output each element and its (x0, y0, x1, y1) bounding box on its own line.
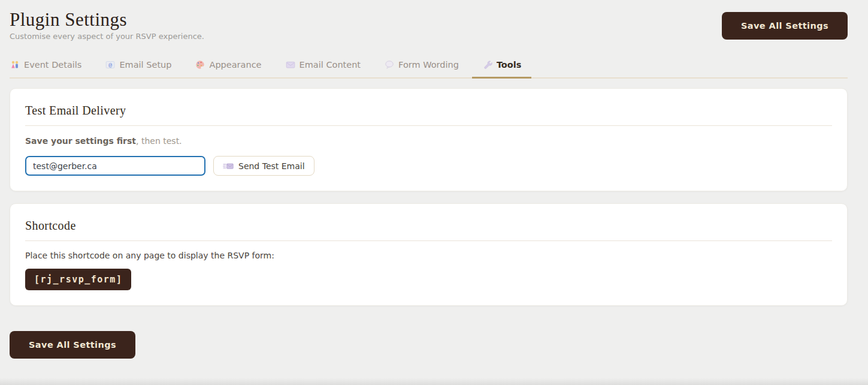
shortcode-card: Shortcode Place this shortcode on any pa… (10, 203, 848, 306)
send-test-email-button[interactable]: Send Test Email (213, 156, 314, 176)
note-rest-text: , then test. (136, 136, 182, 146)
window-bottom-edge (0, 378, 868, 385)
email-at-icon: @ (105, 60, 115, 70)
svg-text:@: @ (109, 61, 113, 68)
test-email-row: Send Test Email (25, 156, 832, 176)
tab-form-wording[interactable]: Form Wording (384, 60, 459, 77)
send-test-email-label: Send Test Email (238, 161, 305, 171)
tab-appearance[interactable]: Appearance (195, 60, 262, 77)
tab-email-setup[interactable]: @ Email Setup (105, 60, 172, 77)
plugin-settings-page: Plugin Settings Customise every aspect o… (0, 0, 868, 359)
tab-tools[interactable]: Tools (482, 60, 522, 77)
page-title-block: Plugin Settings Customise every aspect o… (10, 10, 204, 41)
card-heading: Shortcode (25, 219, 832, 241)
tab-label: Tools (497, 60, 522, 70)
save-all-settings-button-top[interactable]: Save All Settings (722, 12, 848, 40)
save-settings-note: Save your settings first, then test. (25, 136, 832, 146)
tab-label: Event Details (24, 60, 81, 70)
shortcode-value: [rj_rsvp_form] (25, 269, 131, 290)
footer-actions: Save All Settings (10, 331, 848, 359)
tab-label: Form Wording (398, 60, 459, 70)
tab-label: Appearance (209, 60, 261, 70)
note-bold-text: Save your settings first (25, 136, 136, 146)
tab-label: Email Setup (119, 60, 171, 70)
speech-balloon-icon (385, 60, 394, 70)
tab-email-content[interactable]: Email Content (285, 60, 362, 77)
settings-tab-bar: Event Details @ Email Setup (10, 60, 848, 79)
palette-icon (195, 60, 205, 70)
page-title: Plugin Settings (10, 10, 204, 30)
card-heading: Test Email Delivery (25, 104, 832, 126)
page-header: Plugin Settings Customise every aspect o… (10, 10, 848, 41)
incoming-envelope-icon (223, 162, 234, 170)
tab-event-details[interactable]: Event Details (10, 60, 82, 77)
test-email-input[interactable] (25, 156, 205, 176)
shortcode-description: Place this shortcode on any page to disp… (25, 251, 832, 260)
save-all-settings-button-bottom[interactable]: Save All Settings (10, 331, 135, 359)
wrench-icon (483, 60, 492, 70)
test-email-delivery-card: Test Email Delivery Save your settings f… (10, 88, 848, 191)
page-subtitle: Customise every aspect of your RSVP expe… (10, 32, 204, 41)
envelope-icon (286, 60, 295, 70)
couple-icon (10, 60, 20, 70)
tab-label: Email Content (300, 60, 361, 70)
